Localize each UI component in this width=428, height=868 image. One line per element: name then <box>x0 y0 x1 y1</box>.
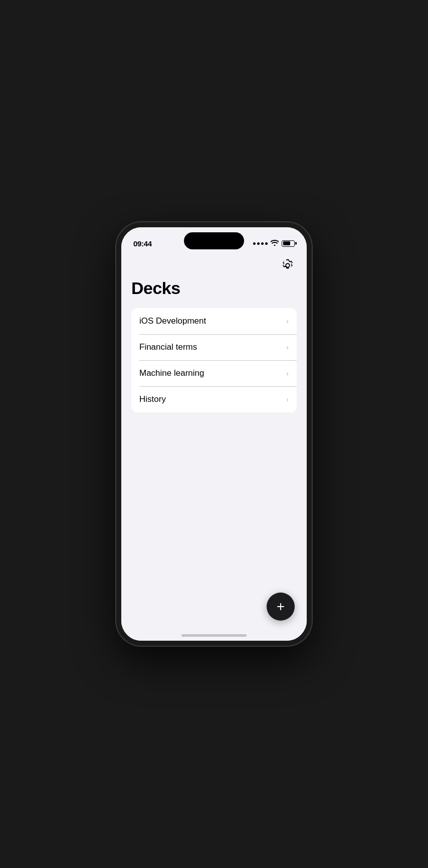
signal-dots-icon <box>253 242 268 245</box>
main-content: Decks iOS Development›Financial terms›Ma… <box>121 278 307 641</box>
settings-button[interactable] <box>279 256 297 274</box>
chevron-right-icon: › <box>286 343 289 351</box>
chevron-right-icon: › <box>286 317 289 325</box>
deck-item[interactable]: Financial terms› <box>131 334 297 360</box>
add-button[interactable]: + <box>267 593 295 621</box>
deck-item[interactable]: iOS Development› <box>131 308 297 334</box>
gear-icon <box>281 258 295 272</box>
battery-icon <box>282 240 295 247</box>
deck-item-label: Financial terms <box>139 342 197 352</box>
status-time: 09:44 <box>133 239 152 248</box>
chevron-right-icon: › <box>286 369 289 377</box>
page-title: Decks <box>131 278 297 298</box>
deck-item-label: Machine learning <box>139 368 204 378</box>
signal-dot-1 <box>253 242 256 245</box>
status-icons <box>253 239 295 247</box>
signal-dot-2 <box>257 242 260 245</box>
deck-item-label: History <box>139 394 166 404</box>
nav-bar <box>121 252 307 278</box>
screen: 09:44 <box>121 227 307 641</box>
wifi-icon <box>271 239 279 247</box>
home-indicator <box>181 634 247 637</box>
deck-item[interactable]: Machine learning› <box>131 360 297 386</box>
signal-dot-3 <box>261 242 264 245</box>
plus-icon: + <box>277 600 285 614</box>
signal-dot-4 <box>265 242 268 245</box>
decks-list: iOS Development›Financial terms›Machine … <box>131 308 297 412</box>
deck-item[interactable]: History› <box>131 386 297 412</box>
phone-frame: 09:44 <box>116 222 312 646</box>
deck-item-label: iOS Development <box>139 316 206 326</box>
chevron-right-icon: › <box>286 395 289 403</box>
battery-fill <box>283 241 291 245</box>
dynamic-island <box>184 232 244 249</box>
